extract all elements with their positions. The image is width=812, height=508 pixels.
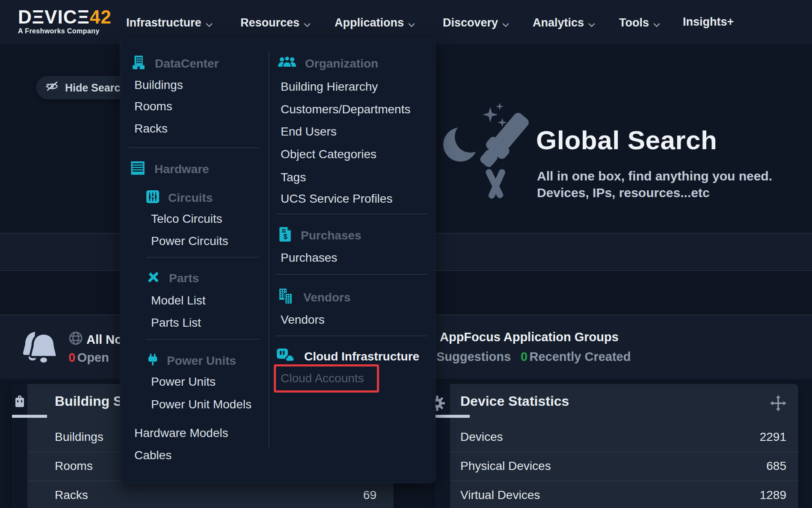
section-label: Organization bbox=[305, 57, 378, 71]
subtitle-line1: All in one box, find anything you need. bbox=[537, 168, 772, 184]
subsection-header-circuits: Circuits bbox=[146, 189, 213, 207]
section-header-hardware: Hardware bbox=[130, 161, 209, 178]
chevron-down-icon bbox=[653, 17, 660, 30]
row-label: Rooms bbox=[55, 459, 93, 473]
nav-label: Resources bbox=[240, 16, 299, 30]
device42-logo[interactable]: DΞVICΞ42 A Freshworks Company bbox=[18, 8, 112, 35]
menu-divider bbox=[276, 274, 427, 275]
menu-item-customers-departments[interactable]: Customers/Departments bbox=[281, 102, 410, 117]
subsection-header-parts: Parts bbox=[146, 270, 199, 287]
vendors-buildings-icon bbox=[278, 288, 295, 308]
table-row-devices[interactable]: Devices 2291 bbox=[450, 422, 798, 452]
nav-applications[interactable]: Applications bbox=[335, 15, 415, 30]
section-label: Circuits bbox=[168, 191, 213, 205]
hardware-server-icon bbox=[130, 160, 146, 179]
logo-subtitle: A Freshworks Company bbox=[18, 27, 112, 35]
power-plug-icon bbox=[147, 353, 158, 369]
row-value: 69 bbox=[363, 488, 376, 502]
notifications-open-count[interactable]: 0 Open bbox=[68, 351, 109, 365]
nav-analytics[interactable]: Analytics bbox=[533, 15, 595, 30]
row-label: Virtual Devices bbox=[460, 488, 540, 502]
section-label: Vendors bbox=[303, 291, 350, 304]
menu-divider bbox=[276, 214, 427, 214]
recently-created-label[interactable]: Recently Created bbox=[530, 350, 631, 363]
menu-item-ucs-service-profiles[interactable]: UCS Service Profiles bbox=[281, 192, 392, 206]
widget-title-underline bbox=[12, 415, 47, 418]
row-value: 2291 bbox=[760, 430, 786, 444]
menu-item-parts-list[interactable]: Parts List bbox=[151, 316, 201, 330]
menu-item-telco-circuits[interactable]: Telco Circuits bbox=[151, 212, 222, 226]
device-statistics-widget: Device Statistics Devices 2291 Physical … bbox=[435, 384, 798, 508]
menu-item-power-unit-models[interactable]: Power Unit Models bbox=[151, 397, 252, 412]
chevron-down-icon bbox=[206, 17, 213, 30]
global-search-title: Global Search bbox=[536, 125, 717, 155]
telescope-icon bbox=[440, 102, 547, 210]
menu-item-model-list[interactable]: Model List bbox=[151, 293, 206, 308]
nav-label: Applications bbox=[335, 16, 404, 30]
menu-item-cables[interactable]: Cables bbox=[134, 448, 172, 463]
row-label: Racks bbox=[55, 488, 88, 502]
section-label: Parts bbox=[169, 272, 199, 285]
appfocus-title[interactable]: AppFocus Application Groups bbox=[440, 330, 619, 344]
menu-item-power-circuits[interactable]: Power Circuits bbox=[151, 234, 228, 248]
menu-item-power-units[interactable]: Power Units bbox=[151, 375, 216, 389]
menu-item-cloud-accounts[interactable]: Cloud Accounts bbox=[281, 371, 364, 386]
row-value: 685 bbox=[766, 459, 786, 473]
nav-infrastructure[interactable]: Infrastructure bbox=[126, 15, 213, 30]
section-header-datacenter: DataCenter bbox=[131, 55, 219, 72]
notifications-bell-icon[interactable] bbox=[17, 324, 64, 373]
nav-label: Infrastructure bbox=[126, 16, 202, 30]
menu-item-purchases[interactable]: Purchases bbox=[281, 251, 337, 265]
datacenter-building-icon bbox=[131, 55, 146, 73]
widget-side-strip bbox=[12, 384, 27, 508]
menu-item-hardware-models[interactable]: Hardware Models bbox=[134, 426, 228, 440]
row-label: Devices bbox=[460, 430, 503, 444]
suitcase-icon bbox=[15, 395, 25, 410]
eye-slash-icon bbox=[45, 81, 59, 95]
nav-insights-plus[interactable]: Insights+ bbox=[683, 15, 734, 29]
nav-tools[interactable]: Tools bbox=[619, 15, 660, 30]
table-row-virtual-devices[interactable]: Virtual Devices 1289 bbox=[450, 481, 798, 508]
logo-text: DΞVICΞ42 bbox=[18, 8, 112, 27]
chevron-down-icon bbox=[304, 17, 311, 30]
appfocus-stats: Suggestions 0 Recently Created bbox=[436, 350, 631, 364]
section-header-organization: Organization bbox=[278, 55, 378, 72]
nav-resources[interactable]: Resources bbox=[240, 15, 311, 30]
menu-item-tags[interactable]: Tags bbox=[281, 170, 306, 185]
subtitle-line2: Devices, IPs, resources...etc bbox=[537, 184, 772, 201]
subsection-header-power-units: Power Units bbox=[147, 352, 236, 369]
widget-title-underline bbox=[435, 415, 470, 418]
row-value: 1289 bbox=[760, 488, 786, 502]
widget-title: Device Statistics bbox=[460, 393, 569, 409]
nav-label: Analytics bbox=[533, 16, 584, 30]
section-header-vendors: Vendors bbox=[278, 289, 350, 306]
section-header-cloud-infrastructure: Cloud Infrastructure bbox=[276, 348, 419, 365]
column-divider bbox=[269, 51, 269, 447]
open-count-value: 0 bbox=[68, 351, 75, 364]
menu-item-racks[interactable]: Racks bbox=[134, 121, 168, 136]
gear-icon bbox=[435, 395, 445, 413]
logo-42: 42 bbox=[90, 6, 112, 27]
menu-item-buildings[interactable]: Buildings bbox=[134, 78, 183, 92]
nav-discovery[interactable]: Discovery bbox=[443, 15, 509, 30]
menu-item-building-hierarchy[interactable]: Building Hierarchy bbox=[281, 80, 378, 94]
menu-divider bbox=[276, 336, 427, 336]
nav-label: Insights+ bbox=[683, 15, 734, 29]
menu-item-end-users[interactable]: End Users bbox=[281, 124, 337, 139]
infrastructure-dropdown-menu: DataCenter Buildings Rooms Racks Hardwar… bbox=[120, 38, 436, 483]
menu-item-rooms[interactable]: Rooms bbox=[134, 99, 172, 114]
table-row-physical-devices[interactable]: Physical Devices 685 bbox=[450, 452, 798, 481]
table-row-racks[interactable]: Racks 69 bbox=[27, 481, 394, 508]
section-label: DataCenter bbox=[155, 57, 219, 71]
move-widget-icon[interactable] bbox=[770, 395, 786, 413]
suggestions-label[interactable]: Suggestions bbox=[436, 350, 511, 363]
menu-item-object-categories[interactable]: Object Categories bbox=[281, 147, 376, 162]
menu-divider bbox=[146, 257, 259, 257]
section-label: Hardware bbox=[154, 162, 209, 176]
globe-icon bbox=[68, 331, 83, 347]
menu-item-vendors[interactable]: Vendors bbox=[281, 313, 325, 327]
tools-icon bbox=[146, 270, 160, 287]
menu-divider bbox=[129, 148, 259, 148]
cloud-server-icon bbox=[276, 348, 296, 366]
section-label: Cloud Infrastructure bbox=[304, 350, 419, 363]
